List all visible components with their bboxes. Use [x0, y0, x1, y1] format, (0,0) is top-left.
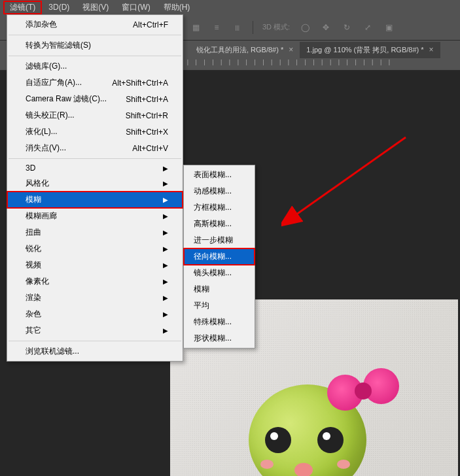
close-icon[interactable]: ×: [429, 45, 434, 54]
menu-shortcut: Shift+Ctrl+R: [126, 111, 168, 120]
menu-label: 模糊: [26, 194, 41, 205]
menu-video[interactable]: 视频 ▶: [7, 257, 183, 273]
menu-label: 液化(L)...: [26, 126, 58, 137]
menu-label: 自适应广角(A)...: [26, 77, 82, 88]
submenu-motion-blur[interactable]: 动感模糊...: [184, 183, 255, 199]
menu-browse-online[interactable]: 浏览联机滤镜...: [7, 343, 183, 360]
separator: [9, 158, 181, 159]
menu-label: 其它: [26, 325, 41, 336]
submenu-lens-blur[interactable]: 镜头模糊...: [184, 265, 255, 281]
submenu-radial-blur[interactable]: 径向模糊...: [184, 248, 255, 265]
pan-icon[interactable]: ✥: [320, 22, 332, 33]
blur-submenu: 表面模糊... 动感模糊... 方框模糊... 高斯模糊... 进一步模糊 径向…: [183, 165, 255, 348]
submenu-shape-blur[interactable]: 形状模糊...: [184, 330, 255, 347]
rotate-icon[interactable]: ↻: [341, 22, 353, 33]
menu-smart-filter[interactable]: 转换为智能滤镜(S): [7, 37, 183, 54]
submenu-blur-more[interactable]: 进一步模糊: [184, 232, 255, 248]
close-icon[interactable]: ×: [289, 45, 293, 54]
align-icon-1[interactable]: ▦: [190, 22, 202, 33]
menu-add-noise[interactable]: 添加杂色 Alt+Ctrl+F: [7, 16, 183, 33]
menu-label: 转换为智能滤镜(S): [26, 40, 91, 51]
menu-filter-gallery[interactable]: 滤镜库(G)...: [7, 58, 183, 75]
separator: [9, 341, 181, 341]
menu-noise[interactable]: 杂色 ▶: [7, 306, 183, 322]
menu-pixelate[interactable]: 像素化 ▶: [7, 273, 183, 290]
submenu-arrow-icon: ▶: [163, 327, 168, 334]
mode-3d-label: 3D 模式:: [262, 22, 290, 32]
menu-lens-correction[interactable]: 镜头校正(R)... Shift+Ctrl+R: [7, 107, 183, 124]
menu-shortcut: Alt+Shift+Ctrl+A: [112, 78, 168, 88]
menu-label: 模糊画廊: [26, 211, 57, 222]
menu-sharpen[interactable]: 锐化 ▶: [7, 241, 183, 257]
menu-view[interactable]: 视图(V): [76, 1, 115, 14]
menu-shortcut: Alt+Ctrl+F: [133, 20, 168, 29]
submenu-box-blur[interactable]: 方框模糊...: [184, 199, 255, 216]
submenu-smart-blur[interactable]: 特殊模糊...: [184, 314, 255, 330]
menu-label: 添加杂色: [26, 19, 57, 30]
menu-label: 扭曲: [26, 227, 41, 238]
menu-blur-gallery[interactable]: 模糊画廊 ▶: [7, 208, 183, 224]
menu-label: 滤镜库(G)...: [26, 61, 67, 72]
menu-label: 消失点(V)...: [26, 143, 66, 154]
submenu-arrow-icon: ▶: [163, 229, 168, 236]
align-icon-3[interactable]: ⫼: [232, 22, 243, 33]
menu-label: 3D: [26, 163, 35, 173]
filter-dropdown: 添加杂色 Alt+Ctrl+F 转换为智能滤镜(S) 滤镜库(G)... 自适应…: [7, 14, 183, 362]
submenu-arrow-icon: ▶: [163, 245, 168, 252]
submenu-arrow-icon: ▶: [163, 311, 168, 318]
menu-distort[interactable]: 扭曲 ▶: [7, 224, 183, 241]
submenu-arrow-icon: ▶: [163, 180, 168, 187]
submenu-arrow-icon: ▶: [163, 212, 168, 220]
menu-label: 浏览联机滤镜...: [26, 346, 79, 357]
menu-render[interactable]: 渲染 ▶: [7, 290, 183, 306]
menu-stylize[interactable]: 风格化 ▶: [7, 175, 183, 192]
menu-adaptive-wide[interactable]: 自适应广角(A)... Alt+Shift+Ctrl+A: [7, 75, 183, 91]
menu-camera-raw[interactable]: Camera Raw 滤镜(C)... Shift+Ctrl+A: [7, 91, 183, 107]
tab-1[interactable]: 锐化工具的用法, RGB/8#) * ×: [190, 42, 300, 58]
submenu-surface-blur[interactable]: 表面模糊...: [184, 167, 255, 183]
scale-icon[interactable]: ⤢: [362, 22, 374, 33]
menu-other[interactable]: 其它 ▶: [7, 322, 183, 339]
menubar: 滤镜(T) 3D(D) 视图(V) 窗口(W) 帮助(H): [0, 0, 460, 14]
submenu-arrow-icon: ▶: [163, 196, 168, 203]
menu-label: 渲染: [26, 292, 41, 303]
submenu-arrow-icon: ▶: [163, 278, 168, 285]
align-icon-2[interactable]: ≡: [211, 22, 222, 33]
tab-2[interactable]: 1.jpg @ 110% (背景 拷贝, RGB/8#) * ×: [300, 42, 440, 58]
menu-label: 杂色: [26, 309, 41, 320]
menu-label: Camera Raw 滤镜(C)...: [26, 94, 107, 105]
submenu-arrow-icon: ▶: [163, 262, 168, 269]
submenu-average[interactable]: 平均: [184, 298, 255, 314]
image-content-octopus: [229, 365, 386, 476]
menu-shortcut: Alt+Ctrl+V: [132, 144, 168, 153]
camera-icon[interactable]: ▣: [383, 22, 395, 33]
menu-window[interactable]: 窗口(W): [115, 1, 156, 14]
menu-label: 视频: [26, 260, 41, 271]
menu-vanishing-point[interactable]: 消失点(V)... Alt+Ctrl+V: [7, 140, 183, 156]
menu-blur[interactable]: 模糊 ▶: [7, 192, 183, 208]
menu-filter[interactable]: 滤镜(T): [3, 1, 42, 14]
separator: [9, 56, 181, 56]
tab-label: 锐化工具的用法, RGB/8#) *: [196, 45, 283, 55]
separator: [9, 35, 181, 35]
menu-label: 锐化: [26, 243, 41, 254]
menu-help[interactable]: 帮助(H): [157, 1, 197, 14]
menu-shortcut: Shift+Ctrl+A: [126, 95, 168, 104]
tab-label: 1.jpg @ 110% (背景 拷贝, RGB/8#) *: [306, 45, 423, 55]
menu-label: 镜头校正(R)...: [26, 110, 75, 121]
submenu-arrow-icon: ▶: [163, 165, 168, 172]
menu-3d[interactable]: 3D(D): [42, 1, 76, 13]
menu-3d-sub[interactable]: 3D ▶: [7, 161, 183, 175]
submenu-arrow-icon: ▶: [163, 294, 168, 301]
menu-shortcut: Shift+Ctrl+X: [126, 128, 168, 137]
menu-label: 像素化: [26, 276, 49, 287]
menu-liquify[interactable]: 液化(L)... Shift+Ctrl+X: [7, 124, 183, 140]
submenu-blur[interactable]: 模糊: [184, 281, 255, 298]
menu-label: 风格化: [26, 178, 49, 189]
submenu-gaussian-blur[interactable]: 高斯模糊...: [184, 216, 255, 232]
separator: [253, 21, 253, 34]
orbit-icon[interactable]: ◯: [299, 22, 311, 33]
